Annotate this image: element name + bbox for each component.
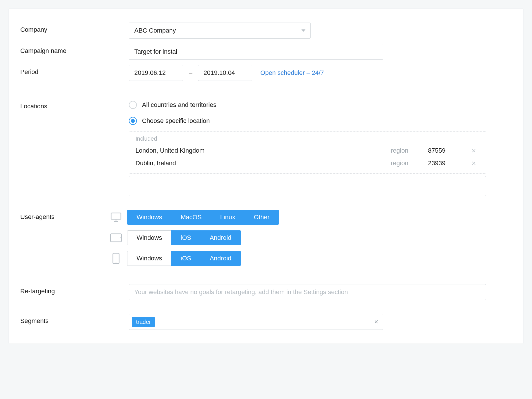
ua-desktop-windows[interactable]: Windows	[127, 210, 171, 225]
retargeting-placeholder: Your websites have no goals for retarget…	[134, 288, 348, 296]
chevron-down-icon	[301, 29, 305, 32]
radio-icon	[129, 101, 137, 109]
ua-desktop-macos[interactable]: MacOS	[171, 210, 211, 225]
svg-rect-0	[111, 213, 121, 219]
company-select[interactable]: ABC Company	[129, 23, 311, 39]
segment-tag[interactable]: trader	[132, 317, 155, 327]
location-type: region	[391, 147, 428, 154]
radio-specific-label: Choose specific location	[142, 117, 210, 125]
campaign-name-input[interactable]	[129, 44, 383, 60]
user-agent-mobile-row: Windows iOS Android	[109, 251, 506, 266]
radio-all-countries[interactable]: All countries and territories	[129, 99, 506, 111]
ua-mobile-ios[interactable]: iOS	[171, 251, 201, 266]
radio-specific-location[interactable]: Choose specific location	[129, 115, 506, 127]
radio-icon-checked	[129, 117, 137, 125]
location-row: London, United Kingdom region 87559 ×	[135, 144, 479, 157]
period-dash: –	[189, 69, 192, 77]
ua-desktop-other[interactable]: Other	[244, 210, 279, 225]
location-name: London, United Kingdom	[135, 147, 391, 154]
label-company: Company	[20, 23, 129, 33]
period-from-input[interactable]	[129, 65, 183, 81]
row-period: Period – Open scheduler – 24/7	[20, 65, 506, 81]
label-campaign-name: Campaign name	[20, 44, 129, 55]
row-locations: Locations All countries and territories …	[20, 99, 506, 196]
ua-tablet-ios[interactable]: iOS	[171, 230, 201, 245]
row-segments: Segments trader ×	[20, 314, 506, 330]
open-scheduler-link[interactable]: Open scheduler – 24/7	[260, 69, 324, 77]
label-segments: Segments	[20, 314, 129, 325]
remove-location-icon[interactable]: ×	[468, 159, 479, 167]
period-to-input[interactable]	[198, 65, 252, 81]
campaign-settings-panel: Company ABC Company Campaign name Period…	[9, 9, 523, 344]
company-selected-value: ABC Company	[134, 27, 176, 34]
radio-all-label: All countries and territories	[142, 101, 216, 109]
user-agent-tablet-row: Windows iOS Android	[109, 230, 506, 245]
row-campaign-name: Campaign name	[20, 44, 506, 60]
included-label: Included	[135, 135, 479, 142]
label-period: Period	[20, 65, 129, 76]
row-user-agents: User-agents Windows MacOS Linux Other	[20, 210, 506, 266]
included-locations-box: Included London, United Kingdom region 8…	[129, 131, 486, 174]
svg-point-4	[120, 237, 121, 238]
ua-tablet-windows[interactable]: Windows	[127, 230, 171, 245]
segments-input[interactable]: trader ×	[129, 314, 383, 330]
tablet-icon	[109, 233, 123, 242]
ua-mobile-windows[interactable]: Windows	[127, 251, 171, 266]
svg-point-6	[115, 262, 116, 262]
svg-rect-3	[111, 234, 121, 242]
location-code: 23939	[428, 159, 468, 167]
location-name: Dublin, Ireland	[135, 159, 391, 167]
remove-location-icon[interactable]: ×	[468, 147, 479, 154]
ua-desktop-linux[interactable]: Linux	[211, 210, 245, 225]
mobile-icon	[109, 253, 123, 264]
location-search-input[interactable]	[129, 176, 486, 196]
retargeting-input[interactable]: Your websites have no goals for retarget…	[129, 284, 486, 300]
location-code: 87559	[428, 147, 468, 154]
clear-segments-icon[interactable]: ×	[374, 318, 378, 325]
row-company: Company ABC Company	[20, 23, 506, 39]
user-agent-desktop-row: Windows MacOS Linux Other	[109, 210, 506, 225]
ua-tablet-android[interactable]: Android	[200, 230, 241, 245]
ua-mobile-android[interactable]: Android	[200, 251, 241, 266]
location-row: Dublin, Ireland region 23939 ×	[135, 157, 479, 169]
row-retargeting: Re-targeting Your websites have no goals…	[20, 284, 506, 300]
desktop-icon	[109, 212, 123, 222]
location-type: region	[391, 159, 428, 167]
label-locations: Locations	[20, 99, 129, 110]
label-retargeting: Re-targeting	[20, 284, 129, 295]
